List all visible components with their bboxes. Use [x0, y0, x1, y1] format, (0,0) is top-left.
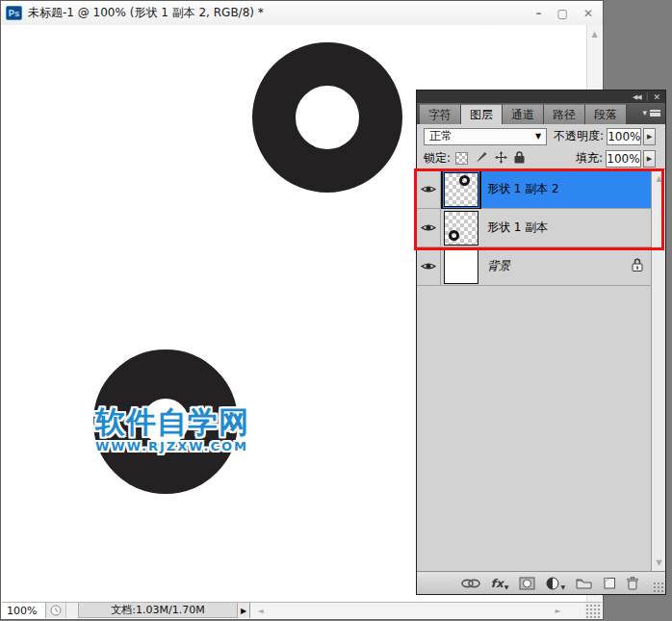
layer-name[interactable]: 形状 1 副本: [487, 220, 548, 236]
opacity-input[interactable]: 100%: [607, 128, 641, 145]
status-bar: 100% 文档:1.03M/1.70M ▶ ◄ ►: [2, 602, 602, 618]
header-divider: |: [646, 92, 649, 101]
watermark: 软件自学网 WWW.RJZXW.COM: [95, 406, 249, 453]
lock-position-icon[interactable]: [495, 151, 507, 167]
tab-paths[interactable]: 路径: [544, 104, 585, 124]
ring-shape-icon: [459, 175, 470, 186]
layer-thumbnail[interactable]: [444, 249, 478, 284]
tab-paragraph[interactable]: 段落: [585, 104, 627, 124]
add-layer-mask-icon[interactable]: [519, 577, 535, 590]
window-resize-grip[interactable]: [584, 603, 602, 618]
document-size-info: 文档:1.03M/1.70M: [78, 603, 238, 618]
titlebar[interactable]: Ps 未标题-1 @ 100% (形状 1 副本 2, RGB/8) * – ▢…: [1, 1, 603, 25]
fill-group: 填充: 100% ▶: [569, 150, 656, 168]
link-layers-icon[interactable]: [461, 579, 480, 588]
layer-list-scrollbar[interactable]: ▲ ▼: [651, 170, 665, 571]
lock-all-icon[interactable]: [514, 151, 525, 167]
panel-menu-icon[interactable]: ▾: [642, 108, 660, 117]
dropdown-caret-icon: ▼: [535, 132, 541, 141]
window-controls: – ▢ ✕: [536, 8, 593, 19]
layer-row-background[interactable]: 背景: [417, 247, 651, 286]
adjustment-layer-icon[interactable]: ▼: [546, 577, 565, 590]
close-panel-icon[interactable]: ✕: [653, 92, 660, 102]
tab-channels[interactable]: 通道: [503, 104, 544, 124]
blend-mode-select[interactable]: 正常 ▼: [424, 128, 547, 145]
window-title: 未标题-1 @ 100% (形状 1 副本 2, RGB/8) *: [28, 5, 264, 21]
opacity-label: 不透明度:: [554, 128, 604, 144]
lock-transparency-icon[interactable]: [455, 152, 468, 165]
layer-list: 形状 1 副本 2 形状 1 副本 背景 ▲: [417, 170, 665, 571]
new-group-folder-icon[interactable]: [576, 578, 592, 589]
layer-thumbnail[interactable]: [444, 172, 478, 207]
layer-name[interactable]: 背景: [487, 258, 510, 274]
panel-bottom-bar: fx▼ ▼: [417, 571, 665, 594]
photoshop-app-icon: Ps: [6, 6, 22, 20]
panel-resize-grip[interactable]: [653, 582, 664, 593]
layer-style-fx-icon[interactable]: fx▼: [491, 577, 509, 590]
lock-label: 锁定:: [424, 150, 451, 167]
layer-lock-icon: [632, 258, 643, 274]
caret-icon: ▼: [504, 583, 509, 590]
panel-tab-row: 字符 图层 通道 路径 段落 ▾: [417, 103, 665, 124]
lock-paint-icon[interactable]: [475, 150, 488, 167]
maximize-button[interactable]: ▢: [557, 8, 568, 19]
fx-label: fx: [491, 577, 504, 590]
fill-label: 填充:: [576, 150, 603, 167]
watermark-url-text: WWW.RJZXW.COM: [95, 439, 249, 453]
blend-mode-value: 正常: [429, 128, 452, 144]
fill-slider-button[interactable]: ▶: [643, 150, 656, 168]
delete-layer-trash-icon[interactable]: [627, 577, 638, 590]
scroll-up-icon[interactable]: ▲: [652, 171, 666, 186]
close-button[interactable]: ✕: [583, 8, 593, 19]
blend-mode-row: 正常 ▼ 不透明度: 100% ▶: [417, 124, 665, 148]
tab-layers[interactable]: 图层: [461, 104, 503, 124]
status-spacer: [66, 603, 78, 618]
scroll-right-icon[interactable]: ►: [551, 604, 565, 618]
layer-name[interactable]: 形状 1 副本 2: [487, 181, 559, 197]
visibility-eye-icon[interactable]: [417, 209, 441, 246]
timer-icon[interactable]: [46, 603, 66, 618]
layer-thumbnail[interactable]: [444, 211, 478, 246]
layer-row-shape1-copy2[interactable]: 形状 1 副本 2: [417, 170, 651, 209]
collapse-panel-icon[interactable]: ◀◀: [633, 93, 641, 101]
shape-ring-top[interactable]: [252, 42, 402, 193]
fill-input[interactable]: 100%: [606, 150, 641, 168]
opacity-slider-button[interactable]: ▶: [643, 128, 656, 145]
zoom-level-input[interactable]: 100%: [2, 603, 46, 618]
caret-icon: ▼: [560, 583, 565, 590]
visibility-eye-icon[interactable]: [417, 247, 441, 285]
new-layer-icon[interactable]: [603, 577, 616, 589]
layers-panel: ◀◀ | ✕ 字符 图层 通道 路径 段落 ▾ 正常 ▼ 不透明度: 100% …: [416, 90, 666, 595]
scroll-down-icon[interactable]: ▼: [652, 556, 666, 570]
ring-shape-icon: [449, 230, 459, 241]
scroll-left-icon[interactable]: ◄: [253, 604, 268, 618]
screenshot-stage: Ps 未标题-1 @ 100% (形状 1 副本 2, RGB/8) * – ▢…: [0, 0, 672, 621]
tab-character[interactable]: 字符: [420, 104, 461, 124]
watermark-title-text: 软件自学网: [95, 406, 249, 438]
lock-icons: [455, 150, 525, 167]
lock-row: 锁定: 填充: 100% ▶: [417, 148, 665, 169]
layer-row-shape1-copy[interactable]: 形状 1 副本: [417, 209, 651, 247]
visibility-eye-icon[interactable]: [417, 170, 441, 208]
panel-header-bar: ◀◀ | ✕: [417, 91, 665, 103]
minimize-button[interactable]: –: [536, 8, 542, 19]
status-options-button[interactable]: ▶: [238, 603, 250, 618]
menu-lines-icon: [650, 110, 660, 116]
scroll-up-icon[interactable]: ▲: [587, 27, 602, 41]
horizontal-scrollbar[interactable]: ◄ ►: [250, 603, 584, 618]
